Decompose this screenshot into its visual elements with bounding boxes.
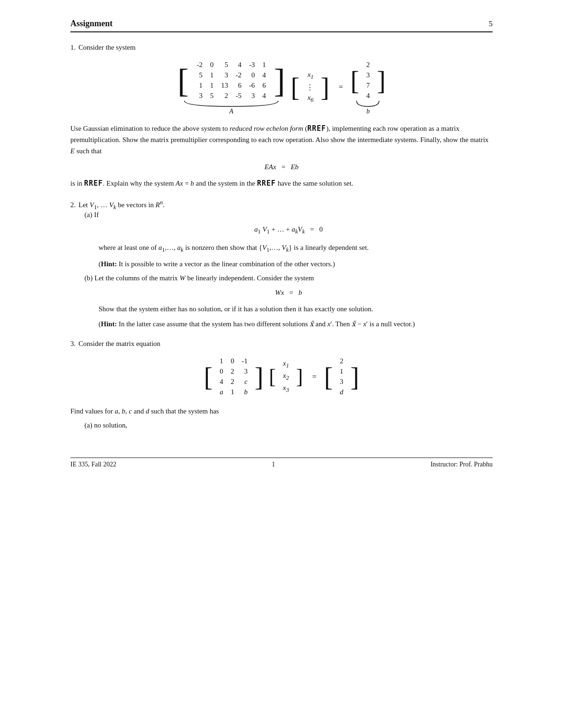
cell: ⋮	[305, 83, 315, 92]
cell: -2	[195, 60, 204, 69]
cell: 5	[209, 91, 215, 100]
cell: -2	[234, 71, 243, 80]
cell: 13	[220, 81, 229, 90]
cell: 5	[195, 71, 204, 80]
problem-2a-text: where at least one of a1,…, ak is nonzer…	[99, 242, 493, 255]
problem-1-text1: Use Gaussian elimination to reduce the a…	[70, 123, 493, 157]
eq-sign-1: =	[339, 83, 343, 91]
vector-b-group: [ 2 3 7 4 ] b	[350, 59, 386, 115]
problem-2-intro-text: Let V1, … Vk be vectors in Rn.	[78, 199, 164, 211]
problem-1-intro-text: Consider the system	[78, 44, 136, 52]
cell: 2	[365, 60, 372, 69]
problem-3-number: 3.	[70, 340, 76, 348]
problem-2b-hint: (Hint: In the latter case assume that th…	[99, 318, 493, 330]
cell: 6	[261, 81, 267, 90]
problem-1-text2: is in RREF. Explain why the system Ax = …	[70, 178, 493, 189]
matrix-W-right: ]	[255, 364, 264, 390]
cell: -3	[248, 60, 257, 69]
vec-x3-wrap: [ x1 x2 x3 ]	[269, 358, 303, 396]
cell: 2	[220, 91, 229, 100]
problem-1-intro: 1. Consider the system	[70, 44, 493, 52]
vec-x3-right: ]	[296, 367, 303, 387]
cell: 3	[220, 71, 229, 80]
cell: 2	[229, 377, 236, 386]
problem-1-center-eq: EAx = Eb	[70, 163, 493, 171]
cell: x2	[282, 371, 290, 382]
matrix-A-right-bracket: ]	[274, 64, 285, 98]
cell: 0	[229, 357, 236, 366]
cell: 0	[248, 71, 257, 80]
cell: 4	[261, 71, 267, 80]
cell: d	[338, 388, 345, 397]
cell: 3	[338, 377, 345, 386]
cell: 4	[365, 91, 372, 100]
problem-1-number: 1.	[70, 44, 76, 52]
cell: a	[218, 388, 225, 397]
header-title: Assignment	[70, 19, 113, 29]
problem-2-number: 2.	[70, 201, 76, 209]
problem-1: 1. Consider the system [ -2054-31 513-20…	[70, 44, 493, 189]
underbrace-A-svg	[182, 100, 281, 107]
cell: 3	[248, 91, 257, 100]
cell: x1	[282, 359, 290, 370]
matrix-A-label: A	[229, 108, 234, 115]
matrix-A-wrap: [ -2054-31 513-204 11136-66 352-534 ]	[177, 59, 285, 102]
matrix-W-left: [	[204, 364, 213, 390]
cell: 1	[218, 357, 225, 366]
cell: 5	[220, 60, 229, 69]
cell: 1	[195, 81, 204, 90]
cell: 1	[338, 367, 345, 376]
underbrace-b-svg	[355, 100, 381, 107]
eq-sign-3: =	[312, 373, 317, 381]
cell: 3	[365, 71, 372, 80]
vec-x-left: [	[291, 74, 300, 100]
cell: 0	[209, 60, 215, 69]
cell: 1	[209, 71, 215, 80]
problem-3-matrix-eq: [ 1 0 -1 0 2 3 4 2 c	[70, 355, 493, 398]
vec-x-right: ]	[320, 74, 329, 100]
vec-b-right: ]	[377, 68, 386, 94]
vec-b3-table: 2 1 3 d	[334, 355, 350, 398]
page-header: Assignment 5	[70, 19, 493, 32]
cell: -6	[248, 81, 257, 90]
problem-2: 2. Let V1, … Vk be vectors in Rn. (a) If…	[70, 199, 493, 330]
problem-3: 3. Consider the matrix equation [ 1 0 -1…	[70, 340, 493, 429]
vec-x-table: x1 ⋮ x6	[300, 69, 320, 105]
cell: 7	[365, 81, 372, 90]
footer-center: 1	[272, 461, 275, 468]
cell: 1	[261, 60, 267, 69]
cell: x3	[282, 383, 290, 394]
matrix-A-group: [ -2054-31 513-204 11136-66 352-534 ] A	[177, 59, 285, 115]
matrix-A-table: -2054-31 513-204 11136-66 352-534	[190, 59, 272, 102]
underbrace-b: b	[350, 100, 386, 115]
vec-x3-left: [	[269, 367, 276, 387]
matrix-W-wrap: [ 1 0 -1 0 2 3 4 2 c	[204, 355, 264, 398]
cell: 3	[240, 367, 249, 376]
cell: 4	[218, 377, 225, 386]
vec-b3-right: ]	[350, 364, 359, 390]
cell: -1	[240, 357, 249, 366]
vec-b3-wrap: [ 2 1 3 d ]	[324, 355, 359, 398]
cell: -5	[234, 91, 243, 100]
problem-3a: (a) no solution,	[84, 421, 493, 429]
vec-b-wrap: [ 2 3 7 4 ]	[350, 59, 386, 102]
vec-b-table: 2 3 7 4	[360, 59, 376, 102]
underbrace-A: A	[177, 100, 285, 115]
cell: 6	[234, 81, 243, 90]
cell: 4	[234, 60, 243, 69]
cell: 2	[229, 367, 236, 376]
problem-2a-label: (a) If	[84, 211, 493, 219]
problem-2b: (b) Let the columns of the matrix W be l…	[84, 274, 493, 330]
vec-b3-left: [	[324, 364, 333, 390]
problem-2-intro: 2. Let V1, … Vk be vectors in Rn.	[70, 199, 493, 211]
vec-x3-table: x1 x2 x3	[277, 358, 295, 396]
matrix-W-table: 1 0 -1 0 2 3 4 2 c a	[213, 355, 254, 398]
vec-b-left: [	[350, 68, 359, 94]
problem-2b-text: Show that the system either has no solut…	[99, 303, 493, 315]
cell: x6	[305, 93, 315, 104]
vector-x-wrap: [ x1 ⋮ x6 ]	[291, 69, 329, 105]
matrix-b-label: b	[366, 108, 370, 115]
page-footer: IE 335, Fall 2022 1 Instructor: Prof. Pr…	[70, 458, 493, 468]
matrix-A-left-bracket: [	[177, 64, 189, 98]
problem-2b-label: (b) Let the columns of the matrix W be l…	[84, 274, 493, 282]
